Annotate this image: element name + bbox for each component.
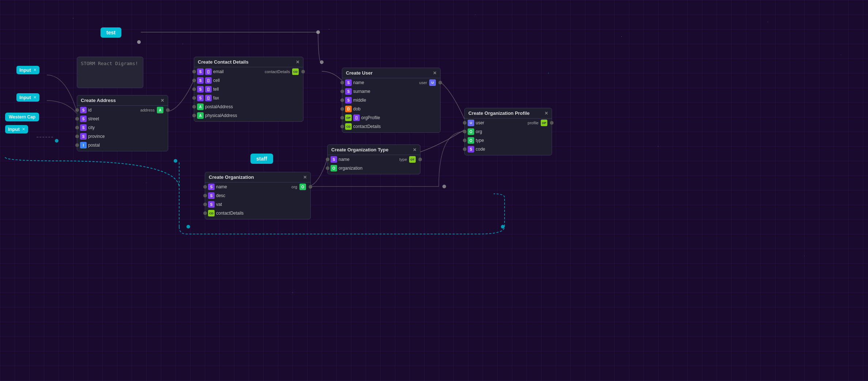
contact-email-port-left — [192, 70, 196, 73]
address-row-id: S id address A — [77, 106, 168, 114]
contact-output-badge: CD — [292, 68, 299, 75]
create-org-node[interactable]: Create Organization ✕ S name org O S des… — [205, 172, 311, 219]
org-vat-badge: S — [208, 201, 215, 208]
contact-tell-s-badge: S — [197, 86, 204, 93]
org-row-desc: S desc — [205, 191, 310, 200]
address-postal-badge: I — [80, 142, 87, 148]
contact-row-fax: S [] fax — [194, 94, 303, 102]
user-middle-badge: S — [345, 97, 352, 103]
user-orgprofile-label: orgProfile — [361, 115, 380, 120]
org-contactdetails-label: contactDetails — [216, 211, 244, 216]
svg-point-2 — [55, 139, 59, 143]
staff-node[interactable]: staff — [250, 154, 273, 164]
create-user-header: Create User ✕ — [342, 68, 440, 78]
orgprofile-output-badge: OP — [541, 120, 547, 126]
org-contactdetails-port — [203, 211, 207, 215]
user-row-name: S name user U — [342, 78, 440, 87]
contact-fax-s-badge: S — [197, 95, 204, 101]
address-province-badge: S — [80, 133, 87, 140]
orgprofile-type-badge: O — [468, 137, 474, 144]
input-node-2[interactable]: Input ✕ — [16, 93, 39, 102]
orgtype-name-badge: S — [331, 156, 337, 163]
input-node-3[interactable]: Input ✕ — [5, 125, 28, 133]
user-contactdetails-label: contactDetails — [353, 124, 381, 129]
svg-point-3 — [174, 159, 177, 163]
orgprofile-code-badge: S — [468, 146, 474, 152]
storm-text-node[interactable]: STORM React Digrams! — [77, 57, 143, 88]
contact-email-bracket-badge: [] — [205, 68, 212, 75]
contact-fax-label: fax — [213, 95, 219, 101]
input-node-1[interactable]: Input ✕ — [16, 66, 39, 74]
create-org-title: Create Organization — [209, 174, 254, 180]
contact-email-label: email — [213, 69, 224, 74]
create-orgtype-close[interactable]: ✕ — [413, 147, 416, 152]
orgtype-org-label: organization — [339, 166, 362, 171]
contact-tell-label: tell — [213, 87, 219, 92]
address-street-badge: S — [80, 116, 87, 122]
address-row-postal: I postal — [77, 141, 168, 150]
orgprofile-row-type: O type — [465, 136, 552, 145]
create-contact-node[interactable]: Create Contact Details ✕ S [] email cont… — [194, 57, 303, 122]
svg-point-1 — [137, 40, 141, 44]
create-orgtype-node[interactable]: Create Organization Type ✕ S name type O… — [327, 144, 420, 174]
create-orgprofile-close[interactable]: ✕ — [544, 111, 548, 116]
user-name-port-left — [340, 81, 344, 84]
orgprofile-row-code: S code — [465, 145, 552, 154]
create-address-title: Create Address — [81, 98, 116, 103]
input3-close[interactable]: ✕ — [22, 127, 25, 132]
org-desc-port — [203, 194, 207, 197]
create-user-node[interactable]: Create User ✕ S name user U S surname S … — [342, 68, 441, 133]
org-desc-badge: S — [208, 192, 215, 199]
create-org-close[interactable]: ✕ — [303, 175, 307, 180]
create-user-close[interactable]: ✕ — [433, 71, 437, 76]
canvas[interactable]: test staff Input ✕ out Input ✕ out Weste… — [0, 0, 868, 381]
create-orgprofile-node[interactable]: Create Organization Profile ✕ U user pro… — [464, 108, 552, 155]
test-node[interactable]: test — [101, 27, 121, 38]
orgtype-output-label: type — [399, 157, 407, 162]
create-orgprofile-title: Create Organization Profile — [468, 110, 530, 116]
contact-row-email: S [] email contactDetails CD — [194, 67, 303, 76]
orgprofile-output-label: profile — [528, 121, 539, 125]
user-output-label: user — [419, 80, 427, 85]
contact-tell-port — [192, 87, 196, 91]
input2-close[interactable]: ✕ — [33, 95, 37, 100]
orgtype-row-name: S name type OT — [328, 155, 420, 164]
org-desc-label: desc — [216, 193, 225, 198]
western-node[interactable]: Western Cap — [5, 113, 39, 121]
orgtype-org-badge: O — [331, 165, 337, 171]
contact-physical-port — [192, 114, 196, 117]
address-row-street: S street — [77, 114, 168, 123]
storm-textarea[interactable]: STORM React Digrams! — [77, 57, 143, 86]
create-orgtype-title: Create Organization Type — [331, 147, 389, 152]
user-middle-port — [340, 98, 344, 102]
org-row-contactdetails: CD contactDetails — [205, 209, 310, 218]
input1-close[interactable]: ✕ — [33, 68, 37, 72]
address-postal-label: postal — [88, 143, 100, 148]
create-orgtype-header: Create Organization Type ✕ — [328, 145, 420, 155]
user-dob-badge: D — [345, 106, 352, 112]
org-vat-port — [203, 203, 207, 206]
org-name-port-left — [203, 185, 207, 189]
orgtype-org-port — [326, 166, 329, 170]
user-surname-label: surname — [353, 89, 370, 94]
address-id-label: id — [88, 107, 91, 113]
create-contact-close[interactable]: ✕ — [296, 60, 299, 65]
contact-row-postal: A postalAddress — [194, 102, 303, 111]
contact-postal-port — [192, 105, 196, 109]
user-name-s-badge: S — [345, 79, 352, 86]
user-surname-port — [340, 90, 344, 93]
address-province-label: province — [88, 134, 105, 139]
create-orgprofile-header: Create Organization Profile ✕ — [465, 108, 552, 118]
user-output-badge: U — [429, 79, 436, 86]
create-contact-title: Create Contact Details — [198, 59, 249, 65]
create-address-close[interactable]: ✕ — [161, 98, 164, 103]
contact-fax-port — [192, 96, 196, 100]
create-address-node[interactable]: Create Address ✕ S id address A S street… — [77, 95, 168, 151]
create-org-header: Create Organization ✕ — [205, 172, 310, 182]
user-dob-label: dob — [353, 106, 361, 112]
contact-postal-a-badge: A — [197, 103, 204, 110]
orgprofile-type-label: type — [476, 138, 484, 143]
svg-point-5 — [442, 185, 446, 188]
address-id-badge: S — [80, 107, 87, 113]
contact-physical-label: physicalAddress — [205, 113, 237, 118]
